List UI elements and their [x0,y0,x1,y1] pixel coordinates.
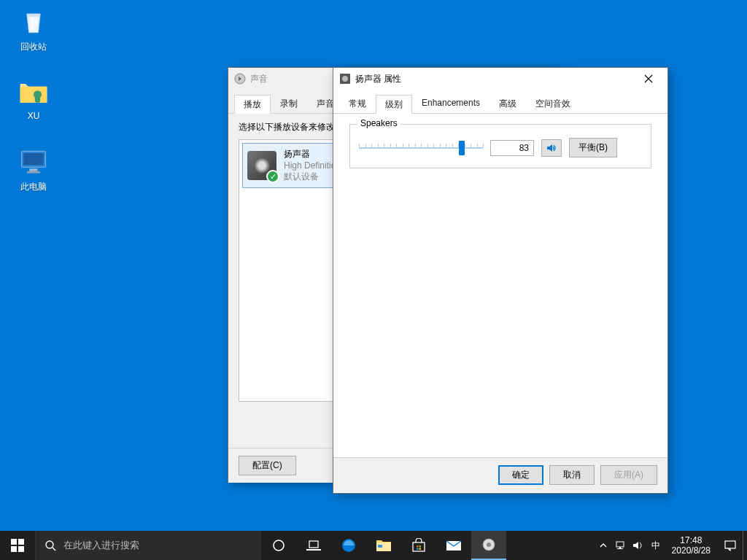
svg-rect-10 [18,539,24,545]
taskbar-time: 17:48 [672,535,711,545]
balance-button[interactable]: 平衡(B) [569,138,617,158]
speaker-device-icon: ✓ [247,151,276,180]
speaker-properties-window: 扬声器 属性 常规 级别 Enhancements 高级 空间音效 Speake… [333,67,668,494]
cancel-button[interactable]: 取消 [549,465,595,485]
tray-chevron-up[interactable] [595,531,612,560]
desktop-icon-label: XU [6,111,61,121]
taskbar: 在此键入进行搜索 [0,531,747,560]
start-button[interactable] [0,531,35,560]
prop-window-title: 扬声器 属性 [355,73,634,85]
tab-playback[interactable]: 播放 [234,95,271,114]
close-button[interactable] [634,69,663,88]
svg-rect-5 [27,171,40,174]
pc-icon [18,146,50,178]
search-icon [44,540,56,551]
sound-app-icon [234,73,246,85]
svg-rect-16 [309,541,318,548]
notification-icon [724,540,736,551]
desktop-icon-label: 此电脑 [6,181,61,193]
tab-enhancements[interactable]: Enhancements [412,94,489,113]
tab-spatial[interactable]: 空间音效 [526,94,580,113]
svg-rect-4 [30,168,38,171]
mail-icon [446,539,462,552]
network-icon [615,540,627,551]
default-check-icon: ✓ [266,170,279,183]
mute-toggle-button[interactable] [541,139,562,157]
desktop-icon-recycle-bin[interactable]: 回收站 [6,6,61,53]
cortana-button[interactable] [261,531,296,560]
speaker-sound-icon [546,142,557,154]
desktop: 回收站 XU 此电脑 声音 播放 录制 声音 选择以下播放设备来修改设置: [0,0,747,560]
show-desktop-button[interactable] [743,531,747,560]
tray-volume[interactable] [630,531,647,560]
svg-point-15 [274,540,284,551]
tab-recording[interactable]: 录制 [271,94,307,113]
task-view-icon [306,540,321,551]
volume-icon [632,540,644,551]
taskbar-search[interactable]: 在此键入进行搜索 [35,531,261,560]
taskbar-app-edge[interactable] [331,531,366,560]
svg-rect-1 [35,97,40,102]
chevron-up-icon [600,542,607,548]
edge-icon [341,537,357,553]
tray-notifications[interactable] [718,531,743,560]
tray-network[interactable] [612,531,630,560]
groupbox-legend: Speakers [357,118,400,128]
recycle-bin-icon [18,6,50,38]
speakers-groupbox: Speakers 平衡(B) [349,124,651,168]
apply-button[interactable]: 应用(A) [600,465,657,485]
svg-rect-30 [617,548,623,549]
svg-point-13 [46,541,53,548]
windows-logo-icon [11,539,24,552]
svg-rect-12 [18,546,24,552]
svg-rect-31 [725,541,735,548]
tab-general[interactable]: 常规 [339,94,376,113]
desktop-icon-label: 回收站 [6,41,61,53]
store-icon [411,538,426,553]
prop-titlebar[interactable]: 扬声器 属性 [333,68,667,90]
svg-rect-19 [378,545,382,548]
svg-rect-22 [419,545,422,548]
svg-point-27 [487,542,491,547]
speaker-app-icon [339,73,351,85]
tab-advanced[interactable]: 高级 [489,94,526,113]
sound-settings-icon [482,538,495,551]
prop-tabs: 常规 级别 Enhancements 高级 空间音效 [333,90,667,114]
taskbar-app-store[interactable] [401,531,436,560]
volume-value-input[interactable] [490,140,534,156]
system-tray: 中 17:48 2020/8/28 [595,531,747,560]
svg-rect-9 [11,539,17,545]
cortana-icon [272,539,285,552]
svg-rect-28 [616,542,624,547]
file-explorer-icon [376,538,392,553]
svg-rect-20 [413,542,425,551]
search-placeholder: 在此键入进行搜索 [63,539,139,552]
desktop-icon-this-pc[interactable]: 此电脑 [6,146,61,193]
taskbar-app-explorer[interactable] [366,531,401,560]
svg-rect-29 [619,547,621,548]
volume-slider[interactable] [359,141,483,155]
svg-rect-23 [417,548,419,551]
svg-rect-3 [23,153,44,166]
slider-thumb[interactable] [459,141,465,155]
taskbar-app-sound[interactable] [471,531,506,560]
prop-bottom-bar: 确定 取消 应用(A) [333,457,667,492]
close-icon [644,74,653,83]
tab-levels[interactable]: 级别 [376,95,412,114]
configure-button[interactable]: 配置(C) [239,456,296,475]
tray-ime[interactable]: 中 [647,531,665,560]
ok-button[interactable]: 确定 [498,465,543,485]
taskbar-app-mail[interactable] [436,531,471,560]
prop-content: Speakers 平衡(B) [333,114,667,457]
svg-rect-24 [419,548,422,551]
svg-line-14 [53,548,55,551]
folder-icon [18,76,50,108]
task-view-button[interactable] [296,531,331,560]
svg-rect-17 [306,549,321,551]
taskbar-clock[interactable]: 17:48 2020/8/28 [665,535,718,556]
svg-rect-11 [11,546,17,552]
desktop-icon-folder-xu[interactable]: XU [6,76,61,121]
svg-point-8 [342,76,348,82]
svg-rect-21 [417,545,419,548]
taskbar-date: 2020/8/28 [672,545,711,556]
